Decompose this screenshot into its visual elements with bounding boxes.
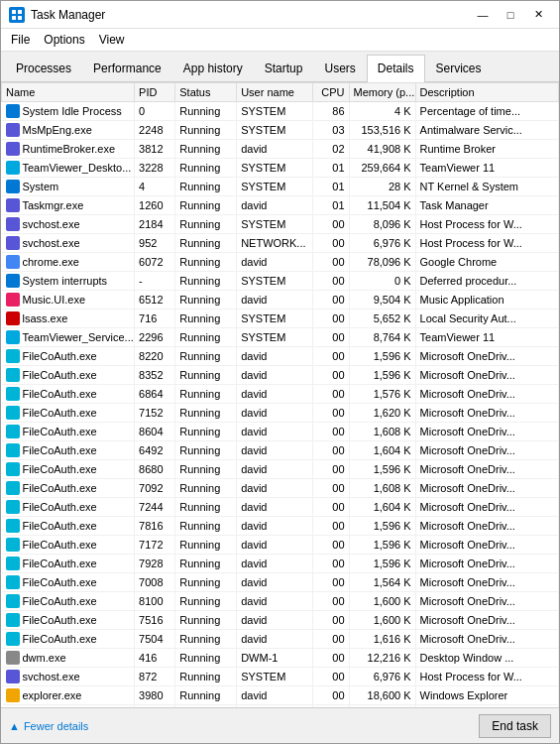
process-user: NETWORK...: [237, 234, 313, 253]
table-row[interactable]: FileCoAuth.exe 7244 Running david 00 1,6…: [2, 498, 559, 517]
process-pid: 952: [135, 234, 175, 253]
table-row[interactable]: System interrupts - Running SYSTEM 00 0 …: [2, 272, 559, 291]
maximize-button[interactable]: □: [498, 5, 523, 25]
table-row[interactable]: FileCoAuth.exe 7172 Running david 00 1,5…: [2, 536, 559, 555]
table-row[interactable]: RuntimeBroker.exe 3812 Running david 02 …: [2, 140, 559, 159]
process-icon: [6, 180, 20, 193]
table-row[interactable]: TeamViewer_Service... 2296 Running SYSTE…: [2, 328, 559, 347]
process-status: Running: [175, 498, 237, 517]
process-memory: 1,596 K: [349, 460, 415, 479]
process-cpu: 00: [313, 649, 349, 668]
fewer-details-link[interactable]: ▲ Fewer details: [9, 720, 88, 732]
process-status: Running: [175, 611, 237, 630]
table-row[interactable]: FileCoAuth.exe 7516 Running david 00 1,6…: [2, 611, 559, 630]
table-row[interactable]: FileCoAuth.exe 8100 Running david 00 1,6…: [2, 592, 559, 611]
process-icon: [6, 330, 20, 344]
table-row[interactable]: FileCoAuth.exe 7816 Running david 00 1,5…: [2, 517, 559, 536]
table-row[interactable]: System Idle Process 0 Running SYSTEM 86 …: [2, 102, 559, 121]
tab-details[interactable]: Details: [367, 55, 425, 82]
col-header-cpu[interactable]: CPU: [313, 83, 349, 102]
process-name: FileCoAuth.exe: [23, 444, 97, 456]
process-status: Running: [175, 649, 237, 668]
process-pid: 0: [135, 102, 175, 121]
tab-users[interactable]: Users: [313, 55, 366, 81]
process-memory: 1,596 K: [349, 366, 415, 385]
table-row[interactable]: explorer.exe 3980 Running david 00 18,60…: [2, 686, 559, 705]
process-name-cell: chrome.exe: [2, 253, 135, 272]
process-cpu: 00: [313, 272, 349, 291]
col-header-pid[interactable]: PID: [135, 83, 175, 102]
process-desc: Microsoft OneDriv...: [415, 517, 558, 536]
table-row[interactable]: TeamViewer_Deskto... 3228 Running SYSTEM…: [2, 159, 559, 178]
process-desc: TeamViewer 11: [415, 328, 558, 347]
process-icon: [6, 217, 20, 231]
table-row[interactable]: FileCoAuth.exe 8680 Running david 00 1,5…: [2, 460, 559, 479]
table-row[interactable]: FileCoAuth.exe 8220 Running david 00 1,5…: [2, 347, 559, 366]
table-row[interactable]: svchost.exe 952 Running NETWORK... 00 6,…: [2, 234, 559, 253]
process-status: Running: [175, 573, 237, 592]
table-row[interactable]: FileCoAuth.exe 7008 Running david 00 1,5…: [2, 573, 559, 592]
process-pid: 2296: [135, 328, 175, 347]
process-memory: 1,576 K: [349, 385, 415, 404]
process-name-cell: FileCoAuth.exe: [2, 385, 135, 404]
table-row[interactable]: System 4 Running SYSTEM 01 28 K NT Kerne…: [2, 178, 559, 196]
table-row[interactable]: svchost.exe 872 Running SYSTEM 00 6,976 …: [2, 668, 559, 686]
col-header-memory[interactable]: Memory (p...: [349, 83, 415, 102]
process-status: Running: [175, 121, 237, 140]
process-icon: [6, 104, 20, 118]
col-header-user[interactable]: User name: [237, 83, 313, 102]
table-row[interactable]: svchost.exe 2184 Running SYSTEM 00 8,096…: [2, 215, 559, 234]
process-icon: [6, 651, 20, 665]
table-row[interactable]: dwm.exe 416 Running DWM-1 00 12,216 K De…: [2, 649, 559, 668]
process-cpu: 00: [313, 385, 349, 404]
process-icon: [6, 274, 20, 288]
process-pid: 2184: [135, 215, 175, 234]
process-memory: 1,564 K: [349, 573, 415, 592]
table-row[interactable]: FileCoAuth.exe 7504 Running david 00 1,6…: [2, 630, 559, 649]
process-name-cell: Taskmgr.exe: [2, 196, 135, 215]
process-user: david: [237, 441, 313, 460]
table-row[interactable]: lsass.exe 716 Running SYSTEM 00 5,652 K …: [2, 310, 559, 328]
table-row[interactable]: FileCoAuth.exe 6864 Running david 00 1,5…: [2, 385, 559, 404]
process-cpu: 00: [313, 366, 349, 385]
table-row[interactable]: FileCoAuth.exe 8604 Running david 00 1,6…: [2, 423, 559, 441]
close-button[interactable]: ✕: [525, 5, 551, 25]
col-header-desc[interactable]: Description: [415, 83, 558, 102]
table-row[interactable]: FileCoAuth.exe 7092 Running david 00 1,6…: [2, 479, 559, 498]
table-row[interactable]: Taskmgr.exe 1260 Running david 01 11,504…: [2, 196, 559, 215]
table-row[interactable]: FileCoAuth.exe 8352 Running david 00 1,5…: [2, 366, 559, 385]
process-status: Running: [175, 479, 237, 498]
col-header-name[interactable]: Name: [2, 83, 135, 102]
menu-file[interactable]: File: [5, 31, 36, 49]
process-name-cell: TeamViewer_Service...: [2, 328, 135, 347]
chevron-up-icon: ▲: [9, 720, 20, 732]
process-name-cell: FileCoAuth.exe: [2, 366, 135, 385]
process-status: Running: [175, 423, 237, 441]
process-pid: 7008: [135, 573, 175, 592]
tab-bar: Processes Performance App history Startu…: [1, 52, 559, 82]
menu-options[interactable]: Options: [38, 31, 90, 49]
menu-view[interactable]: View: [93, 31, 131, 49]
table-row[interactable]: FileCoAuth.exe 7152 Running david 00 1,6…: [2, 404, 559, 423]
end-task-button[interactable]: End task: [479, 714, 551, 738]
table-row[interactable]: MsMpEng.exe 2248 Running SYSTEM 03 153,5…: [2, 121, 559, 140]
process-name: FileCoAuth.exe: [23, 520, 97, 532]
tab-startup[interactable]: Startup: [254, 55, 314, 81]
process-name: lsass.exe: [23, 312, 68, 324]
process-desc: Microsoft OneDriv...: [415, 366, 558, 385]
table-row[interactable]: chrome.exe 6072 Running david 00 78,096 …: [2, 253, 559, 272]
table-row[interactable]: FileCoAuth.exe 6492 Running david 00 1,6…: [2, 441, 559, 460]
tab-processes[interactable]: Processes: [5, 55, 82, 81]
process-icon: [6, 557, 20, 570]
tab-performance[interactable]: Performance: [82, 55, 172, 81]
process-name: svchost.exe: [23, 218, 80, 230]
process-cpu: 00: [313, 404, 349, 423]
process-table-container[interactable]: Name PID Status User name CPU Memory (p.…: [1, 82, 559, 707]
process-pid: 6864: [135, 385, 175, 404]
tab-app-history[interactable]: App history: [172, 55, 254, 81]
minimize-button[interactable]: —: [470, 5, 496, 25]
col-header-status[interactable]: Status: [175, 83, 237, 102]
tab-services[interactable]: Services: [425, 55, 493, 81]
table-row[interactable]: Music.UI.exe 6512 Running david 00 9,504…: [2, 291, 559, 310]
table-row[interactable]: FileCoAuth.exe 7928 Running david 00 1,5…: [2, 555, 559, 573]
